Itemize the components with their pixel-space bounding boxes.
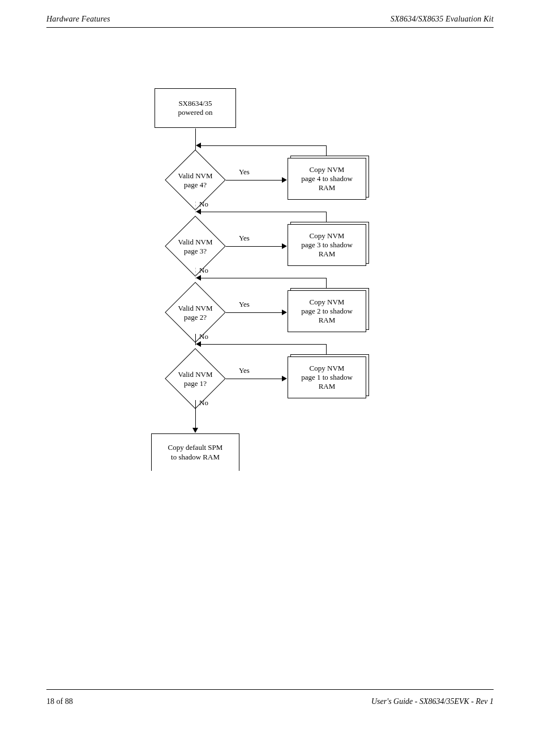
r1-action: Copy NVM page 4 to shadow RAM	[288, 158, 369, 200]
r4-yes-arrow	[282, 376, 287, 381]
r4-yes: Yes	[239, 366, 250, 375]
r1-return	[200, 145, 326, 146]
r4-return	[200, 344, 326, 345]
flowchart: SX8634/35 powered on Valid NVM page 4? Y…	[0, 0, 540, 756]
r3-yes-line	[226, 312, 284, 313]
end-in-arrow	[192, 428, 198, 433]
r2-decision-label: Valid NVM page 3?	[167, 238, 224, 255]
r2-no: No	[199, 266, 208, 275]
r1-decision-label: Valid NVM page 4?	[167, 171, 224, 189]
r2-yes-line	[226, 246, 284, 247]
r3-no: No	[199, 332, 208, 341]
r2-yes-arrow	[282, 243, 287, 249]
r1-return-arrow	[196, 143, 201, 148]
end-box: Copy default SPM to shadow RAM	[151, 433, 239, 471]
footer-rule	[46, 689, 494, 690]
r3-yes: Yes	[239, 300, 250, 309]
r4-down	[195, 400, 196, 431]
r4-decision-label: Valid NVM page 1?	[167, 370, 224, 388]
r3-action: Copy NVM page 2 to shadow RAM	[288, 290, 369, 332]
r2-yes: Yes	[239, 234, 250, 243]
start-box: SX8634/35 powered on	[155, 88, 236, 128]
r4-no: No	[199, 398, 208, 407]
r1-yes: Yes	[239, 167, 250, 177]
r3-return-arrow	[196, 275, 201, 281]
r2-return-arrow	[196, 209, 201, 214]
r3-return	[200, 278, 326, 278]
r3-yes-arrow	[282, 310, 287, 315]
r3-decision-label: Valid NVM page 2?	[167, 304, 224, 321]
r2-return	[200, 212, 326, 212]
footer-doc: User's Guide - SX8634/35EVK - Rev 1	[371, 697, 494, 706]
r4-return-arrow	[196, 341, 201, 347]
r4-yes-line	[226, 379, 284, 379]
r1-yes-line	[226, 180, 284, 181]
r2-action: Copy NVM page 3 to shadow RAM	[288, 224, 369, 266]
r4-action: Copy NVM page 1 to shadow RAM	[288, 356, 369, 398]
r1-no: No	[199, 200, 208, 209]
r1-yes-arrow	[282, 177, 287, 183]
footer-page: 18 of 88	[46, 697, 73, 706]
